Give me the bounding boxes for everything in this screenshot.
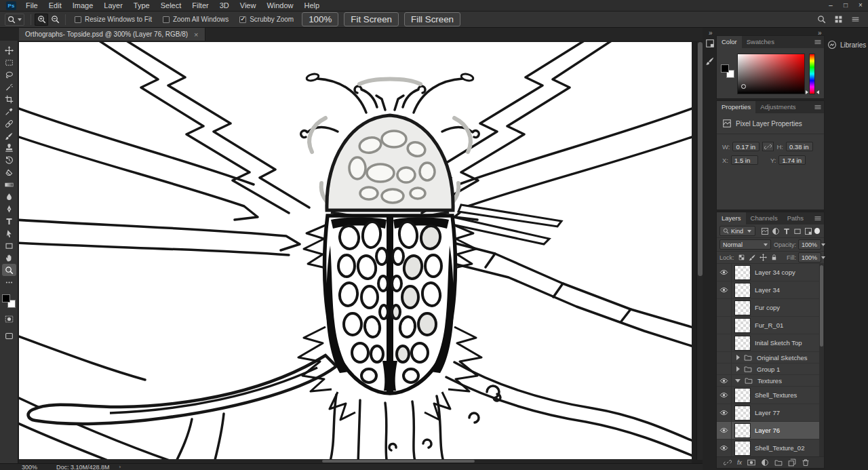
- magic-wand-tool[interactable]: [2, 81, 16, 93]
- menu-view[interactable]: View: [235, 0, 262, 11]
- docked-panel-icon-2[interactable]: [705, 56, 715, 66]
- search-icon[interactable]: [817, 15, 826, 24]
- tool-preset-picker[interactable]: [5, 14, 24, 26]
- rectangle-tool[interactable]: [2, 239, 16, 252]
- document-tab[interactable]: Orthographs- Topside.psd @ 300% (Layer 7…: [19, 28, 205, 41]
- panel-menu-icon[interactable]: [814, 214, 822, 222]
- visibility-toggle-empty[interactable]: [717, 317, 732, 334]
- history-brush-tool[interactable]: [2, 154, 16, 166]
- zoom-100-button[interactable]: 100%: [302, 12, 338, 26]
- menu-layer[interactable]: Layer: [98, 0, 128, 11]
- filter-adjustment-layers-icon[interactable]: [772, 227, 780, 235]
- zoom-tool[interactable]: [2, 264, 16, 276]
- link-width-height-icon[interactable]: [762, 142, 774, 151]
- tab-adjustments[interactable]: Adjustments: [755, 101, 800, 113]
- quick-mask-button[interactable]: [2, 313, 16, 325]
- minimize-button[interactable]: –: [823, 0, 838, 11]
- libraries-panel-tab[interactable]: Libraries: [827, 40, 866, 50]
- menu-image[interactable]: Image: [67, 0, 99, 11]
- group-collapsed-caret-icon[interactable]: [736, 366, 740, 372]
- layer-name[interactable]: Layer 76: [755, 427, 780, 434]
- menu-type[interactable]: Type: [128, 0, 155, 11]
- docked-panel-icon-1[interactable]: [705, 39, 715, 48]
- group-expanded-caret-icon[interactable]: [735, 379, 741, 383]
- layer-name[interactable]: Fur copy: [755, 304, 780, 311]
- layer-row-shell-texture-02[interactable]: Shell_Texture_02: [717, 439, 824, 457]
- layer-name[interactable]: Layer 34 copy: [755, 269, 795, 276]
- tab-color[interactable]: Color: [717, 36, 742, 48]
- blur-tool[interactable]: [2, 191, 16, 203]
- layer-row-layer-77[interactable]: Layer 77: [717, 404, 824, 422]
- horizontal-scrollbar-thumb[interactable]: [322, 460, 475, 463]
- menu-select[interactable]: Select: [155, 0, 187, 11]
- filter-toggle-dot[interactable]: [814, 228, 820, 234]
- visibility-toggle-empty[interactable]: [717, 299, 732, 316]
- delete-layer-icon[interactable]: [802, 458, 810, 467]
- layer-name[interactable]: Shell_Textures: [755, 391, 797, 399]
- tab-layers[interactable]: Layers: [717, 212, 746, 224]
- hue-slider-marker-icon[interactable]: [806, 90, 808, 94]
- layer-thumbnail[interactable]: [734, 388, 751, 403]
- type-tool[interactable]: [2, 215, 16, 227]
- layer-row-inital-sketch-top[interactable]: Inital Sketch Top: [717, 334, 824, 352]
- crop-tool[interactable]: [2, 93, 16, 105]
- filter-type-layers-icon[interactable]: [783, 227, 791, 235]
- layer-name[interactable]: Shell_Texture_02: [755, 444, 804, 452]
- layer-name[interactable]: Fur_R_01: [755, 321, 783, 329]
- spot-healing-brush-tool[interactable]: [2, 117, 16, 130]
- color-picker-cursor[interactable]: [741, 84, 746, 89]
- close-button[interactable]: ×: [853, 0, 868, 11]
- new-group-icon[interactable]: [774, 458, 783, 467]
- layer-thumbnail[interactable]: [734, 283, 751, 298]
- tab-channels[interactable]: Channels: [746, 212, 783, 224]
- filter-pixel-layers-icon[interactable]: [761, 227, 769, 235]
- menu-edit[interactable]: Edit: [43, 0, 67, 11]
- clone-stamp-tool[interactable]: [2, 142, 16, 154]
- layer-filter-kind-dropdown[interactable]: Kind: [719, 226, 755, 236]
- visibility-eye-icon[interactable]: [717, 281, 732, 298]
- collapse-panels-icon[interactable]: »: [709, 29, 713, 37]
- layer-thumbnail[interactable]: [734, 406, 751, 420]
- hand-tool[interactable]: [2, 252, 16, 264]
- panel-menu-icon[interactable]: [814, 38, 822, 46]
- menu-file[interactable]: File: [20, 0, 43, 11]
- workspace-menu-icon[interactable]: [851, 15, 860, 24]
- checkbox-scrubby-zoom[interactable]: Scrubby Zoom: [239, 16, 294, 23]
- visibility-toggle-empty[interactable]: [717, 334, 732, 351]
- new-layer-icon[interactable]: [788, 458, 796, 467]
- layer-group-original-sketches[interactable]: Original Sketches: [717, 352, 824, 364]
- pen-tool[interactable]: [2, 203, 16, 215]
- layer-thumbnail[interactable]: [734, 423, 751, 438]
- fit-screen-button[interactable]: Fit Screen: [344, 12, 399, 26]
- layer-name[interactable]: Inital Sketch Top: [755, 339, 802, 347]
- layer-name[interactable]: Layer 34: [755, 286, 780, 294]
- layer-thumbnail[interactable]: [734, 441, 751, 456]
- tab-swatches[interactable]: Swatches: [742, 36, 779, 48]
- layer-thumbnail[interactable]: [734, 300, 751, 315]
- layer-thumbnail[interactable]: [734, 336, 751, 351]
- vertical-scrollbar[interactable]: [696, 42, 703, 460]
- panel-menu-icon[interactable]: [814, 103, 822, 111]
- layer-row-layer-34[interactable]: Layer 34: [717, 281, 824, 299]
- gradient-tool[interactable]: [2, 178, 16, 191]
- path-selection-tool[interactable]: [2, 227, 16, 239]
- layer-row-shell-textures[interactable]: Shell_Textures: [717, 387, 824, 404]
- filter-smart-objects-icon[interactable]: [804, 227, 812, 235]
- lock-image-pixels-icon[interactable]: [749, 254, 756, 261]
- layer-group-textures[interactable]: Textures: [717, 375, 824, 387]
- close-tab-icon[interactable]: ×: [194, 31, 198, 39]
- lock-position-icon[interactable]: [760, 254, 767, 261]
- layer-row-fur-r-01[interactable]: Fur_R_01: [717, 317, 824, 334]
- screen-mode-button[interactable]: [2, 330, 16, 342]
- height-field[interactable]: 0.38 in: [786, 142, 813, 151]
- layers-scrollbar-thumb[interactable]: [820, 265, 823, 347]
- eyedropper-tool[interactable]: [2, 105, 16, 117]
- visibility-eye-icon[interactable]: [717, 404, 732, 421]
- x-field[interactable]: 1.5 in: [731, 155, 758, 165]
- brush-tool[interactable]: [2, 130, 16, 142]
- lock-all-icon[interactable]: [770, 254, 778, 261]
- foreground-color-swatch[interactable]: [2, 294, 10, 302]
- status-menu-arrow-icon[interactable]: ›: [119, 464, 121, 470]
- blend-mode-dropdown[interactable]: Normal: [719, 239, 771, 250]
- visibility-eye-icon[interactable]: [717, 375, 732, 386]
